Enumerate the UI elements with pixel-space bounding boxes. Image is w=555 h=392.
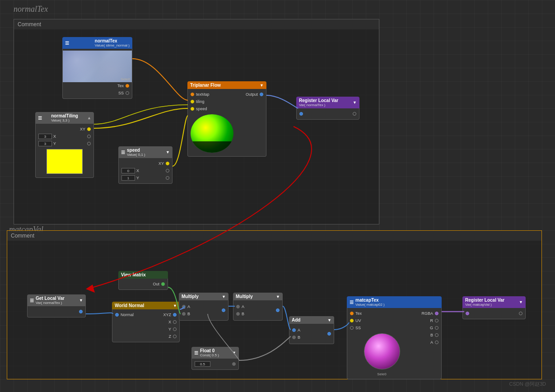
multiply1-a-port[interactable] — [182, 305, 186, 308]
add-b-port[interactable] — [292, 336, 296, 339]
speed-y-input[interactable]: 1 — [121, 175, 135, 181]
matcaptex-title: matcapTex — [355, 298, 439, 303]
matcaptex-preview-label: Sele0 — [347, 371, 416, 377]
getlocalvar-out-port[interactable] — [79, 310, 83, 313]
multiply2-out-port[interactable] — [276, 308, 280, 312]
multiply1-a-label: A — [187, 304, 190, 309]
viewmatrix-out-port[interactable] — [161, 282, 165, 286]
speed-chevron[interactable]: ▼ — [166, 150, 170, 154]
triplanar-texmap-port[interactable] — [191, 93, 194, 96]
float0-value-input[interactable]: 0.5 — [195, 361, 210, 367]
node-normaltiling-header[interactable]: ☰ normalTiling Value( 3,3 ) ▲ — [35, 112, 94, 124]
node-register-top: Register Local Var Var( normalTex ) ▼ — [296, 97, 359, 120]
multiply2-header[interactable]: Multiply ▼ — [233, 293, 283, 300]
triplanar-speed-port[interactable] — [191, 107, 194, 111]
multiply1-b-port[interactable] — [182, 312, 186, 316]
normaltex-tex-label: Tex — [117, 84, 124, 88]
triplanar-header[interactable]: Triplanar Flow ▼ — [187, 81, 266, 89]
matcaptex-a-label: A — [430, 340, 433, 345]
expand-arrow-tiling[interactable]: ▲ — [87, 116, 91, 120]
matcaptex-a-port[interactable] — [435, 341, 438, 344]
normaltex-ss-port[interactable] — [126, 91, 129, 95]
triplanar-tiling-port[interactable] — [191, 100, 194, 103]
speed-y-port[interactable] — [166, 176, 169, 180]
speed-x-input[interactable]: 0 — [121, 168, 135, 173]
worldnormal-y-port[interactable] — [173, 327, 177, 331]
float0-chevron[interactable]: ▼ — [232, 350, 236, 355]
menu-icon-speed: ☰ — [121, 150, 125, 155]
worldnormal-chevron[interactable]: ▼ — [173, 303, 177, 308]
add-a-port[interactable] — [292, 328, 296, 332]
normaltiling-swatch — [47, 149, 83, 174]
getlocalvar-header[interactable]: ☰ Get Local Var Var( normalTex ) ▼ — [27, 294, 86, 306]
watermark: CSDN @阿赵3D — [509, 381, 546, 387]
section-label-normaltex: normalTex — [14, 5, 48, 14]
add-chevron[interactable]: ▼ — [327, 318, 331, 322]
multiply2-b-port[interactable] — [236, 312, 240, 316]
register-bottom-out-port[interactable] — [519, 312, 522, 315]
speed-header[interactable]: ☰ speed Value( 0,1 ) ▼ — [118, 146, 173, 158]
multiply1-out-port[interactable] — [222, 308, 225, 312]
normaltiling-x-input[interactable]: 3 — [38, 134, 52, 139]
register-bottom-in-port[interactable] — [466, 312, 469, 315]
float0-header[interactable]: ☰ Float 0 Const( 0.5 ) ▼ — [191, 347, 239, 359]
node-normaltex-header[interactable]: ☰ normalTex Value( slime_normal ) — [62, 37, 132, 49]
register-top-chevron[interactable]: ▼ — [353, 100, 357, 105]
node-multiply1: Multiply ▼ A B — [179, 293, 229, 321]
matcaptex-b-label: B — [430, 333, 433, 337]
matcaptex-g-port[interactable] — [435, 326, 438, 330]
matcaptex-uv-port[interactable] — [350, 319, 354, 322]
matcaptex-b-port[interactable] — [435, 333, 438, 337]
getlocalvar-title: Get Local Var — [36, 296, 77, 301]
register-bottom-chevron[interactable]: ▼ — [519, 300, 523, 304]
add-out-port[interactable] — [327, 332, 331, 336]
triplanar-chevron[interactable]: ▼ — [260, 83, 264, 88]
register-bottom-header[interactable]: Register Local Var Var( matcapVal ) ▼ — [462, 296, 526, 308]
node-add: Add ▼ A B — [289, 316, 334, 344]
speed-subtitle: Value( 0,1 ) — [127, 153, 164, 157]
normaltex-ss-label: SS — [118, 91, 124, 95]
worldnormal-x-port[interactable] — [173, 320, 177, 324]
worldnormal-z-port[interactable] — [173, 335, 177, 338]
matcaptex-subtitle: Value( matcap02 ) — [355, 303, 439, 307]
triplanar-texmap-label: texMap — [196, 92, 210, 97]
register-top-in-port[interactable] — [299, 112, 303, 116]
register-top-header[interactable]: Register Local Var Var( normalTex ) ▼ — [296, 97, 359, 108]
speed-xy-port[interactable] — [166, 162, 169, 165]
viewmatrix-header[interactable]: View Matrix — [118, 271, 168, 279]
menu-icon: ☰ — [65, 41, 69, 46]
matcaptex-r-port[interactable] — [435, 319, 438, 322]
triplanar-output-port[interactable] — [260, 93, 263, 96]
normaltiling-xy-port[interactable] — [87, 127, 91, 131]
normaltex-preview-label: Sele0 — [121, 77, 130, 81]
speed-x-port[interactable] — [166, 169, 169, 173]
add-header[interactable]: Add ▼ — [289, 316, 334, 324]
worldnormal-normal-port[interactable] — [115, 313, 119, 317]
matcaptex-tex-port[interactable] — [350, 312, 354, 315]
register-top-out-port[interactable] — [353, 112, 356, 116]
matcaptex-ss-port[interactable] — [350, 326, 354, 330]
worldnormal-normal-label: Normal — [121, 313, 134, 317]
multiply2-chevron[interactable]: ▼ — [276, 294, 280, 299]
worldnormal-xyz-port[interactable] — [173, 313, 177, 317]
node-speed: ☰ speed Value( 0,1 ) ▼ XY 0 X 1 Y — [118, 146, 173, 184]
multiply1-title: Multiply — [182, 294, 199, 299]
multiply2-a-port[interactable] — [236, 305, 240, 308]
speed-xy-label: XY — [159, 161, 164, 166]
multiply1-header[interactable]: Multiply ▼ — [179, 293, 229, 300]
worldnormal-xyz-label: XYZ — [163, 313, 171, 317]
node-worldnormal: World Normal ▼ Normal XYZ X Y Z — [112, 302, 180, 342]
getlocalvar-chevron[interactable]: ▼ — [79, 298, 83, 303]
worldnormal-z-label: Z — [169, 334, 172, 339]
normaltiling-x-port[interactable] — [87, 135, 91, 138]
multiply1-chevron[interactable]: ▼ — [222, 294, 226, 299]
worldnormal-header[interactable]: World Normal ▼ — [112, 302, 180, 309]
normaltiling-title: normalTiling — [51, 113, 78, 118]
normaltiling-y-port[interactable] — [87, 142, 91, 145]
matcaptex-rgba-port[interactable] — [435, 312, 438, 315]
add-title: Add — [292, 317, 300, 322]
normaltiling-y-input[interactable]: 3 — [38, 141, 52, 146]
normaltex-tex-port[interactable] — [126, 84, 129, 88]
float0-out-port[interactable] — [232, 362, 236, 366]
matcaptex-header[interactable]: ☰ matcapTex Value( matcap02 ) — [347, 296, 442, 308]
